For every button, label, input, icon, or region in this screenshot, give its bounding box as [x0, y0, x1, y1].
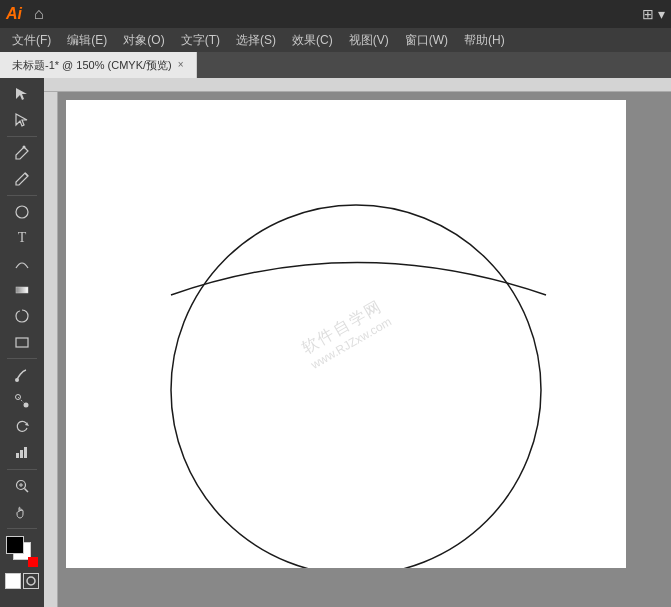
- gradient-tool[interactable]: [4, 278, 40, 302]
- drawing-svg: [66, 100, 626, 568]
- blend-tool[interactable]: [4, 389, 40, 413]
- main-area: T: [0, 78, 671, 607]
- svg-point-0: [23, 146, 26, 149]
- tab-close-button[interactable]: ×: [178, 52, 184, 78]
- svg-point-2: [16, 206, 28, 218]
- menubar: 文件(F) 编辑(E) 对象(O) 文字(T) 选择(S) 效果(C) 视图(V…: [0, 28, 671, 52]
- canvas-area: 软件自学网 www.RJZxw.com: [44, 78, 671, 607]
- svg-line-14: [25, 489, 29, 493]
- fill-none-icon[interactable]: [5, 573, 21, 589]
- svg-line-1: [25, 173, 28, 176]
- ellipse-tool[interactable]: [4, 200, 40, 224]
- document-tab[interactable]: 未标题-1* @ 150% (CMYK/预览) ×: [0, 52, 197, 78]
- menu-select[interactable]: 选择(S): [228, 28, 284, 52]
- svg-line-8: [18, 397, 26, 405]
- toolbar: T: [0, 78, 44, 607]
- ai-logo: Ai: [6, 5, 22, 23]
- menu-object[interactable]: 对象(O): [115, 28, 172, 52]
- canvas[interactable]: 软件自学网 www.RJZxw.com: [66, 100, 626, 568]
- menu-effect[interactable]: 效果(C): [284, 28, 341, 52]
- home-icon[interactable]: ⌂: [34, 5, 44, 23]
- foreground-color-box[interactable]: [6, 536, 24, 554]
- stroke-icon[interactable]: [23, 573, 39, 589]
- pen-tool[interactable]: [4, 141, 40, 165]
- brush-tool[interactable]: [4, 363, 40, 387]
- lasso-tool[interactable]: [4, 304, 40, 328]
- svg-rect-11: [20, 450, 23, 458]
- menu-type[interactable]: 文字(T): [173, 28, 228, 52]
- menu-file[interactable]: 文件(F): [4, 28, 59, 52]
- svg-rect-3: [16, 287, 28, 293]
- swap-color-icon[interactable]: [28, 557, 38, 567]
- menu-edit[interactable]: 编辑(E): [59, 28, 115, 52]
- rotate-tool[interactable]: [4, 415, 40, 439]
- tab-title: 未标题-1* @ 150% (CMYK/预览): [12, 52, 172, 78]
- grid-icon[interactable]: ⊞ ▾: [642, 6, 665, 22]
- titlebar: Ai ⌂ ⊞ ▾: [0, 0, 671, 28]
- graph-tool[interactable]: [4, 441, 40, 465]
- svg-rect-10: [16, 453, 19, 458]
- svg-point-5: [15, 378, 19, 382]
- left-ruler: [44, 92, 58, 607]
- svg-point-17: [27, 577, 35, 585]
- hand-tool[interactable]: [4, 500, 40, 524]
- svg-point-18: [171, 205, 541, 568]
- tabbar: 未标题-1* @ 150% (CMYK/预览) ×: [0, 52, 671, 78]
- menu-view[interactable]: 视图(V): [341, 28, 397, 52]
- svg-rect-4: [16, 338, 28, 347]
- type-tool[interactable]: T: [4, 226, 40, 250]
- direct-selection-tool[interactable]: [4, 108, 40, 132]
- zoom-tool[interactable]: [4, 474, 40, 498]
- menu-window[interactable]: 窗口(W): [397, 28, 456, 52]
- arc-tool[interactable]: [4, 252, 40, 276]
- menu-help[interactable]: 帮助(H): [456, 28, 513, 52]
- top-ruler: [44, 78, 671, 92]
- rectangle-tool[interactable]: [4, 330, 40, 354]
- selection-tool[interactable]: [4, 82, 40, 106]
- svg-rect-12: [24, 447, 27, 458]
- pencil-tool[interactable]: [4, 167, 40, 191]
